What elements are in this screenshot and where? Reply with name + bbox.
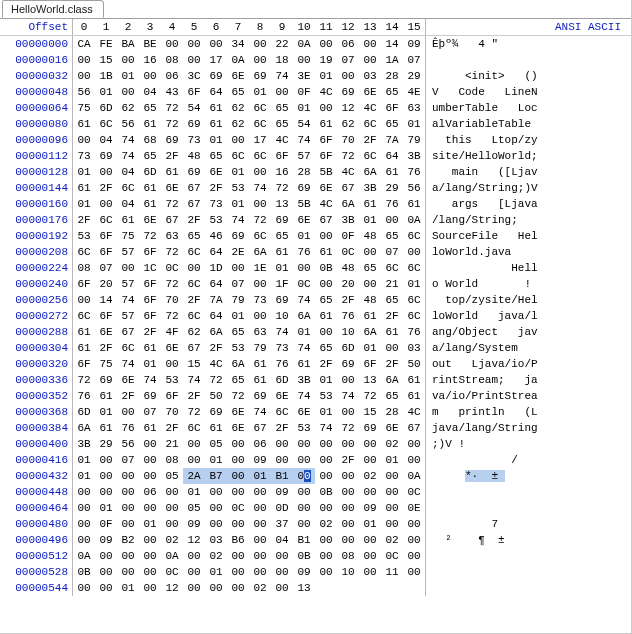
hex-byte[interactable]: 0C	[227, 500, 249, 516]
hex-byte[interactable]: 06	[161, 68, 183, 84]
hex-byte[interactable]: 3B	[293, 372, 315, 388]
hex-byte[interactable]: 00	[73, 292, 96, 308]
hex-byte[interactable]: 6E	[227, 404, 249, 420]
hex-byte[interactable]: 6E	[117, 372, 139, 388]
hex-byte[interactable]: 01	[117, 68, 139, 84]
hex-byte[interactable]: 20	[337, 276, 359, 292]
hex-byte[interactable]: 65	[381, 84, 403, 100]
hex-byte[interactable]: 72	[161, 116, 183, 132]
hex-byte[interactable]: 69	[293, 180, 315, 196]
hex-byte[interactable]: 6C	[183, 276, 205, 292]
hex-byte[interactable]: 00	[271, 84, 293, 100]
hex-byte[interactable]: 00	[95, 452, 117, 468]
hex-byte[interactable]: 0B	[293, 548, 315, 564]
hex-byte[interactable]: 6E	[95, 324, 117, 340]
hex-byte[interactable]: 34	[227, 36, 249, 53]
hex-byte[interactable]: 61	[139, 196, 161, 212]
hex-byte[interactable]: 01	[315, 372, 337, 388]
hex-byte[interactable]: 72	[271, 180, 293, 196]
hex-byte[interactable]: 07	[403, 52, 426, 68]
hex-byte[interactable]: 0B	[73, 564, 96, 580]
hex-byte[interactable]: 57	[117, 308, 139, 324]
hex-byte[interactable]: 37	[271, 516, 293, 532]
hex-byte[interactable]: 6C	[249, 100, 271, 116]
hex-byte[interactable]: 6F	[73, 276, 96, 292]
hex-byte[interactable]: 2F	[271, 420, 293, 436]
hex-byte[interactable]: 00	[359, 244, 381, 260]
hex-byte[interactable]: 01	[183, 484, 205, 500]
hex-row[interactable]: 0000044800000006000100000009000B0000000C	[0, 484, 631, 500]
hex-byte[interactable]: 76	[73, 388, 96, 404]
hex-byte[interactable]: 01	[73, 196, 96, 212]
hex-row[interactable]: 0000043201000000052AB70001B100000002000A…	[0, 468, 631, 484]
hex-byte[interactable]: 0E	[403, 500, 426, 516]
ascii-cell[interactable]: *· ±	[426, 468, 632, 484]
hex-byte[interactable]: 61	[205, 100, 227, 116]
hex-byte[interactable]: 00	[95, 580, 117, 596]
hex-byte[interactable]: 70	[337, 132, 359, 148]
hex-byte[interactable]: 00	[139, 532, 161, 548]
hex-byte[interactable]: 6A	[359, 324, 381, 340]
hex-byte[interactable]: 01	[73, 452, 96, 468]
hex-byte[interactable]: 00	[161, 36, 183, 53]
hex-byte[interactable]: 00	[359, 532, 381, 548]
hex-byte[interactable]: 17	[205, 52, 227, 68]
hex-row[interactable]: 000005440000010012000000020013	[0, 580, 631, 596]
hex-byte[interactable]: 65	[315, 292, 337, 308]
hex-byte[interactable]: 2F	[95, 340, 117, 356]
hex-byte[interactable]: 00	[205, 500, 227, 516]
hex-byte[interactable]: 1E	[249, 260, 271, 276]
hex-byte[interactable]: 00	[381, 340, 403, 356]
hex-byte[interactable]: 02	[249, 580, 271, 596]
hex-byte[interactable]: 64	[381, 148, 403, 164]
hex-byte[interactable]: 09	[293, 564, 315, 580]
hex-byte[interactable]: 6C	[403, 228, 426, 244]
hex-byte[interactable]: 6D	[95, 100, 117, 116]
hex-byte[interactable]: 00	[73, 516, 96, 532]
hex-byte[interactable]: 1C	[139, 260, 161, 276]
hex-byte[interactable]: 6E	[271, 388, 293, 404]
hex-byte[interactable]: 01	[117, 580, 139, 596]
hex-byte[interactable]: 53	[73, 228, 96, 244]
hex-byte[interactable]: 4C	[337, 164, 359, 180]
hex-byte[interactable]: 00	[183, 260, 205, 276]
hex-byte[interactable]: 6F	[315, 132, 337, 148]
hex-row[interactable]: 00000112736974652F48656C6C6F576F726C643B…	[0, 148, 631, 164]
hex-byte[interactable]: 0C	[403, 484, 426, 500]
hex-byte[interactable]: 16	[139, 52, 161, 68]
hex-byte[interactable]: 6F	[161, 388, 183, 404]
hex-byte[interactable]: 01	[227, 196, 249, 212]
hex-byte[interactable]: 07	[337, 52, 359, 68]
hex-byte[interactable]: 07	[227, 276, 249, 292]
hex-byte[interactable]: 00	[249, 532, 271, 548]
hex-byte[interactable]: 00	[117, 52, 139, 68]
hex-byte[interactable]: 04	[95, 132, 117, 148]
hex-byte[interactable]: 61	[315, 308, 337, 324]
hex-byte[interactable]: 61	[73, 324, 96, 340]
hex-byte[interactable]: 03	[205, 532, 227, 548]
hex-byte[interactable]: 00	[73, 484, 96, 500]
hex-byte[interactable]: 61	[381, 164, 403, 180]
ascii-cell[interactable]: a/lang/String;)V	[426, 180, 632, 196]
hex-byte[interactable]: 1F	[271, 276, 293, 292]
hex-byte[interactable]: 00	[359, 548, 381, 564]
hex-byte[interactable]: 00	[315, 500, 337, 516]
hex-byte[interactable]: 65	[139, 148, 161, 164]
hex-byte[interactable]: 74	[183, 372, 205, 388]
hex-byte[interactable]: 2A	[183, 468, 205, 484]
hex-byte[interactable]: 00	[381, 484, 403, 500]
hex-byte[interactable]: 00	[249, 500, 271, 516]
hex-byte[interactable]: 61	[73, 340, 96, 356]
hex-byte[interactable]: 6A	[205, 324, 227, 340]
hex-byte[interactable]: 21	[161, 436, 183, 452]
hex-row[interactable]: 00000064756D6265725461626C650100124C6F63…	[0, 100, 631, 116]
hex-byte[interactable]: 00	[227, 484, 249, 500]
hex-byte[interactable]: 73	[271, 340, 293, 356]
hex-byte[interactable]: 1D	[205, 260, 227, 276]
hex-byte[interactable]: 28	[381, 404, 403, 420]
hex-byte[interactable]: 0C	[293, 276, 315, 292]
hex-byte[interactable]: 56	[73, 84, 96, 100]
hex-byte[interactable]: 1A	[381, 52, 403, 68]
hex-byte[interactable]: 6E	[293, 404, 315, 420]
hex-byte[interactable]: 00	[315, 436, 337, 452]
